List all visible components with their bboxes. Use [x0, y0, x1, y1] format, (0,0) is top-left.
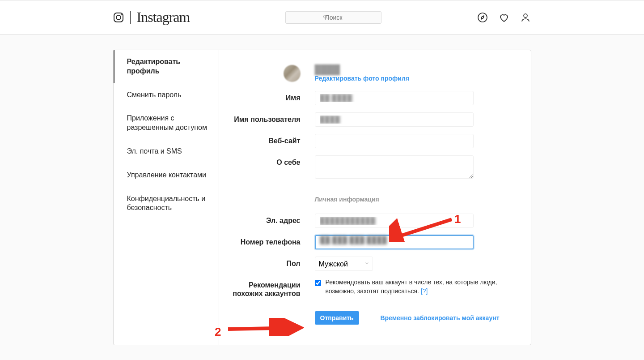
website-input[interactable]: [315, 134, 474, 148]
annotation-number-1: 1: [454, 212, 461, 226]
phone-input[interactable]: ██ ███ ███ ████: [315, 235, 474, 249]
avatar[interactable]: [284, 65, 301, 82]
brand[interactable]: Instagram: [113, 9, 190, 26]
activity-heart-icon[interactable]: [499, 12, 509, 23]
svg-point-5: [478, 13, 487, 22]
gender-select[interactable]: Мужской: [315, 257, 373, 271]
explore-icon[interactable]: [477, 12, 488, 23]
sidebar-item-edit-profile[interactable]: Редактировать профиль: [114, 50, 219, 83]
sidebar-item-change-password[interactable]: Сменить пароль: [114, 83, 219, 107]
label-name: Имя: [228, 91, 315, 105]
name-input[interactable]: [315, 91, 474, 105]
settings-content: ████ Редактировать фото профиля Имя Имя …: [219, 50, 531, 345]
annotation-number-2: 2: [215, 325, 221, 339]
sidebar-item-email-sms[interactable]: Эл. почта и SMS: [114, 140, 219, 163]
recommend-help-link[interactable]: [?]: [421, 287, 428, 295]
username-input[interactable]: [315, 112, 474, 127]
email-input[interactable]: [315, 214, 474, 228]
settings-card: Редактировать профиль Сменить пароль При…: [113, 50, 531, 345]
svg-point-7: [524, 14, 527, 17]
label-phone: Номер телефона: [228, 235, 315, 249]
svg-marker-6: [481, 16, 484, 19]
recommend-text: Рекомендовать ваш аккаунт в числе тех, н…: [326, 278, 513, 296]
search-input[interactable]: [285, 11, 381, 24]
section-personal-info: Личная информация: [315, 196, 522, 203]
sidebar-item-manage-contacts[interactable]: Управление контактами: [114, 163, 219, 187]
label-website: Веб-сайт: [228, 134, 315, 148]
username-display: ████: [315, 64, 409, 75]
disable-account-link[interactable]: Временно заблокировать мой аккаунт: [380, 314, 499, 321]
recommend-checkbox[interactable]: [315, 280, 321, 286]
search: [285, 11, 381, 24]
avatar-row: ████ Редактировать фото профиля: [228, 64, 522, 82]
instagram-wordmark: Instagram: [137, 9, 190, 26]
svg-point-2: [120, 14, 121, 15]
sidebar-item-privacy-security[interactable]: Конфиденциальность и безопасность: [114, 187, 219, 220]
profile-icon[interactable]: [520, 12, 531, 23]
label-email: Эл. адрес: [228, 214, 315, 228]
sidebar-item-authorized-apps[interactable]: Приложения с разрешенным доступом: [114, 107, 219, 140]
settings-sidebar: Редактировать профиль Сменить пароль При…: [114, 50, 219, 345]
top-nav: Instagram: [0, 0, 644, 34]
submit-button[interactable]: Отправить: [315, 311, 359, 325]
label-bio: О себе: [228, 155, 315, 180]
label-recommend: Рекомендации похожих аккаунтов: [228, 278, 315, 298]
brand-divider: [130, 11, 131, 24]
bio-textarea[interactable]: [315, 155, 474, 179]
svg-rect-0: [114, 13, 123, 22]
change-photo-link[interactable]: Редактировать фото профиля: [315, 75, 409, 82]
svg-point-1: [116, 15, 121, 20]
instagram-glyph-icon: [113, 12, 124, 23]
label-gender: Пол: [228, 257, 315, 271]
label-username: Имя пользователя: [228, 112, 315, 127]
